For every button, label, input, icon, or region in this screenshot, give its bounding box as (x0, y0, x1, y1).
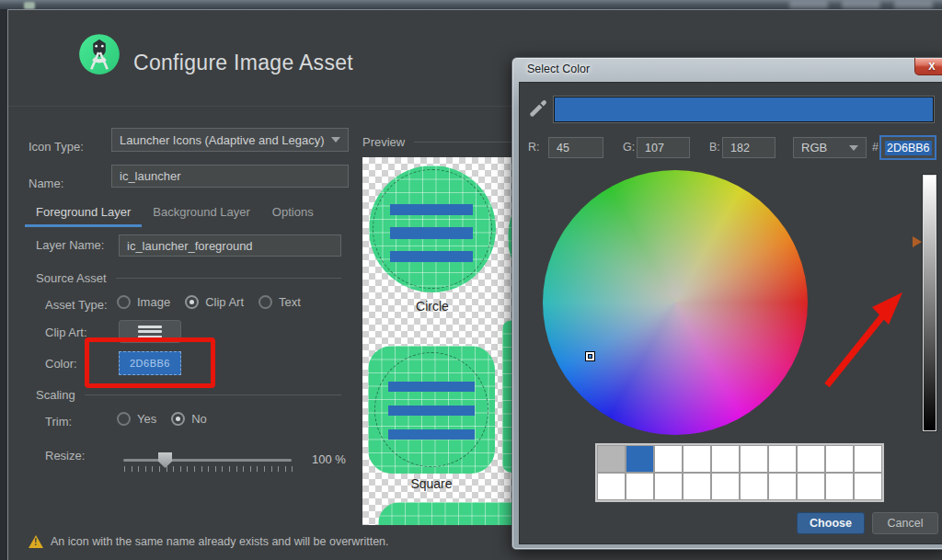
swatch-cell[interactable] (825, 445, 854, 473)
preview-title: Preview (362, 135, 405, 149)
radio-image-circle[interactable] (117, 295, 131, 309)
select-color-dialog: Select Color X R: 45 G: 107 B: 182 RGB (511, 57, 942, 550)
color-wheel[interactable] (543, 170, 808, 435)
source-asset-section: Source Asset (36, 271, 341, 285)
swatch-cell[interactable] (683, 473, 711, 500)
radio-trim-no-label: No (191, 412, 207, 426)
icon-type-value: Launcher Icons (Adaptive and Legacy) (120, 133, 325, 147)
cancel-button-label: Cancel (888, 517, 924, 530)
color-mode-dropdown[interactable]: RGB (793, 137, 867, 158)
radio-trim-no[interactable]: No (171, 412, 207, 426)
g-label: G: (623, 141, 635, 154)
radio-text-label: Text (279, 295, 301, 309)
close-button[interactable]: X (914, 58, 942, 75)
tab-background-layer[interactable]: Background Layer (142, 200, 261, 227)
radio-clip-art-circle[interactable] (185, 295, 199, 309)
resize-slider-track[interactable] (123, 459, 292, 462)
layer-name-value: ic_launcher_foreground (127, 239, 253, 253)
warning-icon (29, 535, 43, 548)
trim-label: Trim: (45, 415, 72, 429)
tab-options[interactable]: Options (261, 200, 325, 227)
swatch-cell[interactable] (626, 473, 654, 500)
asset-type-label: Asset Type: (45, 298, 108, 312)
b-input[interactable]: 182 (722, 137, 775, 158)
resize-slider-ticks (124, 466, 293, 472)
b-label: B: (709, 141, 720, 154)
swatch-cell[interactable] (654, 473, 683, 500)
name-label: Name: (29, 177, 63, 190)
layer-name-input[interactable]: ic_launcher_foreground (119, 234, 341, 257)
radio-trim-yes[interactable]: Yes (117, 412, 156, 426)
eyedropper-icon[interactable] (527, 95, 551, 120)
swatch-cell[interactable] (597, 473, 626, 500)
radio-image-label: Image (137, 295, 170, 309)
layer-tabs: Foreground Layer Background Layer Option… (25, 200, 325, 227)
radio-text-circle[interactable] (258, 295, 272, 309)
preview-canvas: Circle Square (362, 157, 521, 525)
resize-label: Resize: (45, 449, 85, 463)
name-input[interactable]: ic_launcher (111, 165, 349, 188)
android-studio-logo-icon (76, 31, 122, 77)
r-input[interactable]: 45 (548, 137, 603, 158)
brightness-slider[interactable] (923, 175, 936, 431)
color-mode-value: RGB (801, 141, 827, 154)
os-window-icon (24, 2, 35, 9)
color-wheel-marker[interactable] (586, 352, 594, 360)
preview-bottom-icon-partial (378, 502, 516, 525)
swatch-cell[interactable] (711, 445, 740, 473)
trim-radio-group: Yes No (117, 412, 207, 426)
radio-trim-no-circle[interactable] (171, 412, 185, 426)
b-value: 182 (730, 142, 750, 154)
swatch-cell[interactable] (597, 445, 626, 473)
scaling-section: Scaling (36, 388, 341, 402)
dialog-title: Select Color (527, 63, 590, 75)
asset-type-radio-group: Image Clip Art Text (117, 295, 301, 309)
g-input[interactable]: 107 (637, 137, 690, 158)
swatch-cell[interactable] (797, 473, 825, 500)
hash-label: # (872, 141, 879, 154)
swatch-cell[interactable] (740, 473, 768, 500)
warning-banner: An icon with the same name already exist… (29, 535, 389, 548)
preview-square-icon (368, 346, 495, 474)
swatch-cell[interactable] (740, 445, 768, 473)
radio-image[interactable]: Image (117, 295, 170, 309)
swatch-cell[interactable] (768, 473, 797, 500)
radio-trim-yes-label: Yes (137, 412, 156, 426)
swatch-cell[interactable] (683, 445, 711, 473)
swatch-cell[interactable] (797, 445, 825, 473)
resize-value: 100 % (312, 452, 346, 466)
scaling-title: Scaling (36, 388, 75, 402)
chevron-down-icon (331, 137, 340, 143)
radio-text[interactable]: Text (258, 295, 301, 309)
os-titlebar (0, 0, 942, 9)
choose-button[interactable]: Choose (797, 512, 865, 534)
cancel-button[interactable]: Cancel (872, 512, 938, 534)
g-value: 107 (645, 142, 664, 154)
swatch-cell[interactable] (711, 473, 740, 500)
swatch-cell[interactable] (626, 445, 654, 473)
layer-name-label: Layer Name: (36, 238, 104, 252)
radio-trim-yes-circle[interactable] (117, 412, 131, 426)
current-color-bar (554, 97, 934, 122)
swatch-cell[interactable] (768, 445, 797, 473)
preview-square-label: Square (368, 476, 495, 491)
swatch-cell[interactable] (854, 473, 882, 500)
icon-type-dropdown[interactable]: Launcher Icons (Adaptive and Legacy) (111, 128, 349, 152)
radio-clip-art-label: Clip Art (205, 295, 244, 309)
swatch-cell[interactable] (654, 445, 683, 473)
annotation-red-rectangle (85, 337, 215, 388)
hex-value: 2D6BB6 (885, 141, 932, 155)
source-asset-title: Source Asset (36, 271, 107, 285)
hex-input[interactable]: 2D6BB6 (879, 135, 936, 160)
swatch-cell[interactable] (854, 445, 882, 473)
name-value: ic_launcher (120, 169, 181, 183)
screenshot-stage: Configure Image Asset Icon Type: Launche… (0, 0, 942, 560)
brightness-slider-marker[interactable] (913, 236, 922, 247)
chevron-down-icon (849, 145, 858, 151)
tab-foreground-layer[interactable]: Foreground Layer (25, 200, 142, 227)
radio-clip-art[interactable]: Clip Art (185, 295, 244, 309)
color-label: Color: (45, 357, 77, 371)
preview-circle-icon (369, 166, 496, 292)
swatch-cell[interactable] (825, 473, 854, 500)
warning-text: An icon with the same name already exist… (51, 535, 389, 548)
